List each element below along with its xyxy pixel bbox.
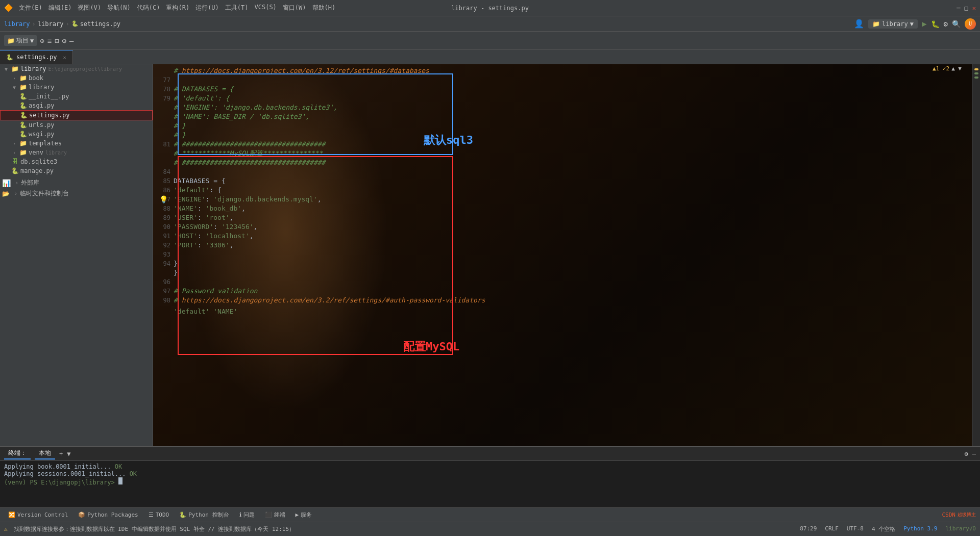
bottom-btn-packages[interactable]: 📦 Python Packages: [74, 511, 142, 519]
terminal-ok-1: OK: [115, 463, 122, 470]
status-branch[interactable]: library√0: [945, 525, 976, 533]
external-lib-icon: 📊: [2, 179, 11, 187]
tab-settings-py[interactable]: 🐍 settings.py ✕: [0, 50, 73, 64]
toolbar: 📁 项目 ▼ ⊕ ≡ ⊟ ⚙ —: [0, 32, 980, 50]
tree-item-asgi[interactable]: 🐍 asgi.py: [0, 101, 153, 110]
terminal-tab-name[interactable]: 本地: [35, 448, 55, 460]
tree-item-library-folder[interactable]: ▼ 📁 library: [0, 83, 153, 92]
code-line-close-outer: }: [153, 268, 972, 277]
tree-label-settings: settings.py: [29, 112, 69, 119]
db-icon: 🗄: [10, 158, 19, 165]
menu-window[interactable]: 窗口(W): [283, 4, 306, 12]
menu-code[interactable]: 代码(C): [137, 4, 160, 12]
sidebar: ▼ 📁 library E:\djangoproject\library › 📁…: [0, 64, 153, 446]
packages-icon: 📦: [78, 512, 85, 518]
menu-bar[interactable]: 🔶 文件(E) 编辑(E) 视图(V) 导航(N) 代码(C) 重构(R) 运行…: [4, 4, 335, 12]
bottom-btn-todo[interactable]: ☰ TODO: [144, 511, 174, 519]
toolbar-collapse[interactable]: —: [69, 37, 74, 45]
search-button[interactable]: 🔍: [952, 20, 961, 28]
menu-run[interactable]: 运行(U): [195, 4, 219, 12]
status-encoding[interactable]: UTF-8: [847, 525, 864, 533]
bottom-btn-terminal[interactable]: ⬛ 终端: [261, 510, 289, 520]
close-button[interactable]: ✕: [972, 5, 976, 12]
tree-item-urls[interactable]: 🐍 urls.py: [0, 120, 153, 130]
menu-file[interactable]: 文件(E): [19, 4, 42, 12]
tree-item-init[interactable]: 🐍 __init__.py: [0, 92, 153, 101]
code-editor[interactable]: 默认sql3 配置MySQL # https://docs.djangoproj…: [153, 64, 972, 446]
project-arrow[interactable]: ▼: [30, 37, 34, 44]
window-controls[interactable]: ─ □ ✕: [957, 5, 976, 12]
bottom-btn-vcs[interactable]: 🔀 Version Control: [4, 511, 72, 519]
bulb-icon[interactable]: 💡: [159, 195, 168, 204]
terminal-minimize-btn[interactable]: —: [972, 450, 976, 457]
terminal-icon: ⬛: [265, 512, 272, 518]
debug-button[interactable]: 🐛: [931, 20, 940, 28]
breadcrumb-py-icon: 🐍: [71, 20, 79, 27]
menu-help[interactable]: 帮助(H): [312, 4, 336, 12]
toolbar-add[interactable]: ⊕: [40, 37, 44, 45]
tree-item-wsgi[interactable]: 🐍 wsgi.py: [0, 130, 153, 139]
console-icon: 🐍: [179, 512, 186, 518]
tree-item-templates[interactable]: › 📁 templates: [0, 139, 153, 148]
toolbar-structure[interactable]: ≡: [47, 37, 52, 45]
status-line-ending[interactable]: CRLF: [825, 525, 839, 533]
project-label: 📁 项目 ▼: [4, 35, 37, 46]
terminal-settings-btn[interactable]: ⚙: [965, 450, 968, 457]
breadcrumb-library1[interactable]: library: [4, 20, 30, 28]
csdn-label: CSDN: [942, 512, 956, 518]
warnings-expand[interactable]: ▲ ▼: [951, 65, 962, 72]
folder-icon-small: 📁: [872, 20, 880, 28]
problems-label: 问题: [243, 511, 255, 519]
maximize-button[interactable]: □: [965, 5, 968, 12]
user-icon[interactable]: 👤: [854, 19, 864, 29]
menu-edit[interactable]: 编辑(E): [48, 4, 72, 12]
terminal-line-2: Applying sessions.0001_initial... OK: [4, 470, 976, 477]
project-dropdown[interactable]: 📁 library ▼: [868, 19, 918, 29]
temp-icon: 📂: [2, 190, 10, 197]
status-python[interactable]: Python 3.9: [903, 525, 937, 533]
avatar[interactable]: U: [965, 18, 976, 30]
toolbar-split[interactable]: ⊟: [55, 37, 59, 45]
code-line-db-comment1: 78 # DATABASES = {: [153, 85, 972, 94]
settings-button[interactable]: ⚙: [944, 20, 948, 28]
tree-item-venv[interactable]: › 📁 venv library: [0, 148, 153, 157]
tab-close-icon[interactable]: ✕: [63, 55, 66, 60]
gutter-ok-1: [974, 72, 978, 74]
run-button[interactable]: ▶: [922, 19, 927, 29]
menu-vcs[interactable]: VCS(S): [255, 4, 277, 12]
tree-label-init: __init__.py: [29, 93, 69, 100]
code-line-url: # https://docs.djangoproject.com/en/3.12…: [153, 66, 972, 75]
minimize-button[interactable]: ─: [957, 5, 960, 12]
tree-item-external-lib[interactable]: 📊 › 外部库: [0, 177, 153, 188]
menu-tools[interactable]: 工具(T): [225, 4, 249, 12]
dropdown-arrow: ▼: [910, 20, 914, 28]
terminal-dropdown-btn[interactable]: ▼: [67, 450, 70, 457]
terminal-label: 终端: [274, 511, 285, 519]
status-position[interactable]: 87:29: [800, 525, 817, 533]
breadcrumb-right-tools[interactable]: 👤 📁 library ▼ ▶ 🐛 ⚙ 🔍 U: [854, 18, 976, 30]
code-line-hash3: # ####################################: [153, 158, 972, 167]
tree-item-library-root[interactable]: ▼ 📁 library E:\djangoproject\library: [0, 64, 153, 73]
menu-navigate[interactable]: 导航(N): [107, 4, 131, 12]
tree-item-settings[interactable]: 🐍 settings.py: [0, 110, 153, 120]
breadcrumb-library2[interactable]: library: [38, 20, 64, 28]
breadcrumb-file[interactable]: 🐍 settings.py: [71, 20, 120, 28]
folder-icon: 📁: [7, 37, 15, 44]
terminal-add-btn[interactable]: +: [59, 450, 63, 457]
tree-item-manage[interactable]: 🐍 manage.py: [0, 166, 153, 175]
tree-label-library-root: library: [20, 65, 46, 72]
tree-label-library-folder: library: [29, 84, 55, 91]
bottom-btn-problems[interactable]: ℹ 问题: [235, 510, 259, 520]
menu-view[interactable]: 视图(V): [78, 4, 101, 12]
bottom-btn-services[interactable]: ▶ 服务: [291, 510, 316, 520]
code-line-hash2: # ************MySQL配置***************: [153, 149, 972, 158]
bottom-btn-console[interactable]: 🐍 Python 控制台: [175, 510, 233, 520]
toolbar-settings[interactable]: ⚙: [62, 37, 66, 45]
tree-item-temp[interactable]: 📂 › 临时文件和控制台: [0, 188, 153, 199]
tree-item-db[interactable]: 🗄 db.sqlite3: [0, 157, 153, 166]
tree-item-book[interactable]: › 📁 book: [0, 73, 153, 83]
code-line-db-comment3: # 'ENGINE': 'django.db.backends.sqlite3'…: [153, 103, 972, 112]
menu-refactor[interactable]: 重构(R): [166, 4, 189, 12]
terminal-tab-local[interactable]: 终端：: [4, 448, 31, 460]
status-indent[interactable]: 4 个空格: [872, 525, 895, 533]
